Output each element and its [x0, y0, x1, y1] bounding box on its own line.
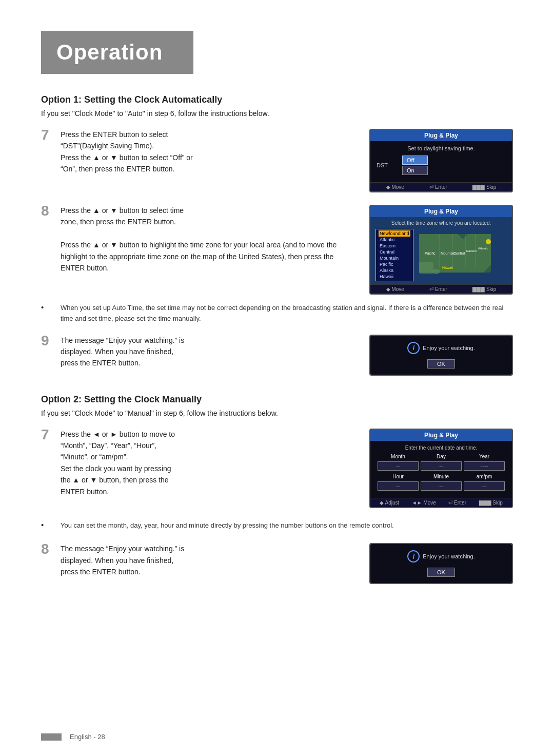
- ok-btn-2[interactable]: OK: [427, 568, 455, 577]
- ok-btn-1[interactable]: OK: [427, 359, 455, 369]
- option2-step8: 8 The message “Enjoy your watching.” is …: [41, 543, 513, 584]
- us-map-svg: Pacific Mountain Central Eastern Atlanti…: [417, 229, 499, 278]
- option2-bullet: • You can set the month, day, year, hour…: [41, 520, 513, 531]
- dt-row2-labels: Hour Minute am/pm: [377, 474, 506, 479]
- zone-alaska[interactable]: Alaska: [379, 267, 410, 274]
- dst-titlebar: Plug & Play: [370, 130, 512, 141]
- timezone-titlebar: Plug & Play: [370, 206, 512, 217]
- step7b-number: 7: [41, 427, 55, 497]
- step8a-text: Press the ▲ or ▼ button to select time z…: [61, 205, 354, 274]
- hour-label: Hour: [377, 474, 420, 479]
- option1-step9-screen: i Enjoy your watching. OK: [369, 335, 513, 376]
- option1-heading: Option 1: Setting the Clock Automaticall…: [41, 94, 513, 105]
- zone-pacific[interactable]: Pacific: [379, 261, 410, 267]
- section-divider: Option 2: Setting the Clock Manually If …: [41, 394, 513, 417]
- svg-text:Pacific: Pacific: [425, 251, 436, 255]
- enjoy-message-2: Enjoy your watching.: [423, 553, 475, 559]
- dt-footer-move: ◄► Move: [412, 500, 436, 506]
- ampm-label: am/pm: [463, 474, 506, 479]
- option1-step7-screen: Plug & Play Set to daylight saving time.…: [369, 129, 513, 192]
- enjoy-body-1: i Enjoy your watching. OK: [370, 336, 512, 375]
- datetime-titlebar: Plug & Play: [370, 430, 512, 441]
- option1-step8: 8 Press the ▲ or ▼ button to select time…: [41, 205, 513, 295]
- step9-text: The message “Enjoy your watching.” is di…: [61, 335, 354, 369]
- enjoy-body-2: i Enjoy your watching. OK: [370, 544, 512, 583]
- tz-footer-enter: ⏎ Enter: [429, 286, 447, 292]
- option2-step7-left: 7 Press the ◄ or ► button to move to “Mo…: [41, 429, 354, 497]
- step8a-number: 8: [41, 203, 55, 274]
- option2-heading: Option 2: Setting the Clock Manually: [41, 394, 513, 405]
- footer-page-text: English - 28: [70, 733, 105, 741]
- dst-footer-enter: ⏎ Enter: [429, 184, 447, 190]
- dst-footer-skip: ▇▇▇ Skip: [472, 184, 496, 190]
- option1-bullet-text: When you set up Auto Time, the set time …: [61, 303, 513, 324]
- dt-row1-labels: Month Day Year: [377, 454, 506, 459]
- page-content: Operation Option 1: Setting the Clock Au…: [0, 0, 554, 637]
- option1-step9-left: 9 The message “Enjoy your watching.” is …: [41, 335, 354, 369]
- step9-number: 9: [41, 333, 55, 369]
- dt-row2-fields: -- -- --: [377, 481, 506, 491]
- svg-text:Central: Central: [453, 251, 465, 255]
- dst-footer-move: ◆ Move: [386, 184, 404, 190]
- month-label: Month: [377, 454, 420, 459]
- zone-newfoundland[interactable]: Newfoundland: [379, 230, 410, 237]
- minute-label: Minute: [420, 474, 463, 479]
- svg-point-3: [432, 269, 440, 274]
- step7-number: 7: [41, 127, 55, 175]
- dt-footer-skip: ▇▇▇ Skip: [479, 500, 503, 506]
- year-field[interactable]: ----: [464, 461, 505, 471]
- dst-body: Set to daylight saving time. DST Off On: [370, 141, 512, 182]
- option1-step7: 7 Press the ENTER button to select “DST”…: [41, 129, 513, 192]
- us-map: Pacific Mountain Central Eastern Atlanti…: [417, 229, 507, 281]
- option1-step8-screen: Plug & Play Select the time zone where y…: [369, 205, 513, 295]
- svg-point-13: [486, 239, 491, 244]
- option1-step8-left: 8 Press the ▲ or ▼ button to select time…: [41, 205, 354, 274]
- option2-bullet-text: You can set the month, day, year, hour a…: [61, 520, 394, 531]
- svg-text:Hawaii: Hawaii: [442, 266, 453, 269]
- option2-step8-screen: i Enjoy your watching. OK: [369, 543, 513, 584]
- svg-text:Eastern: Eastern: [466, 249, 477, 253]
- step8b-text: The message “Enjoy your watching.” is di…: [61, 543, 354, 577]
- datetime-subtitle: Enter the current date and time.: [377, 445, 506, 451]
- enjoy-message-row-2: i Enjoy your watching.: [407, 550, 475, 563]
- zone-mountain[interactable]: Mountain: [379, 255, 410, 261]
- dt-footer-enter: ⏎ Enter: [448, 500, 466, 506]
- option2-step7: 7 Press the ◄ or ► button to move to “Mo…: [41, 429, 513, 508]
- datetime-footer: ◆ Adjust ◄► Move ⏎ Enter ▇▇▇ Skip: [370, 498, 512, 507]
- day-label: Day: [420, 454, 463, 459]
- option1-step7-left: 7 Press the ENTER button to select “DST”…: [41, 129, 354, 175]
- info-icon-2: i: [407, 550, 420, 563]
- hour-field[interactable]: --: [378, 481, 419, 491]
- svg-rect-2: [419, 262, 433, 274]
- option2-step8-left: 8 The message “Enjoy your watching.” is …: [41, 543, 354, 577]
- footer-bar-decoration: [41, 733, 62, 741]
- dst-off-option[interactable]: Off: [402, 156, 428, 165]
- zone-atlantic[interactable]: Atlantic: [379, 237, 410, 243]
- day-field[interactable]: --: [421, 461, 462, 471]
- info-icon-1: i: [407, 342, 420, 354]
- timezone-screen: Plug & Play Select the time zone where y…: [369, 205, 513, 295]
- option2-step7-screen: Plug & Play Enter the current date and t…: [369, 429, 513, 508]
- datetime-screen: Plug & Play Enter the current date and t…: [369, 429, 513, 508]
- zone-eastern[interactable]: Eastern: [379, 243, 410, 249]
- ampm-field[interactable]: --: [464, 481, 505, 491]
- year-label: Year: [463, 454, 506, 459]
- svg-text:Atlantic: Atlantic: [478, 247, 488, 250]
- timezone-footer: ◆ Move ⏎ Enter ▇▇▇ Skip: [370, 284, 512, 294]
- dst-on-option[interactable]: On: [402, 166, 428, 175]
- timezone-subtitle: Select the time zone where you are locat…: [375, 220, 507, 226]
- dt-row1-fields: -- -- ----: [377, 461, 506, 471]
- month-field[interactable]: --: [378, 461, 419, 471]
- timezone-body: Select the time zone where you are locat…: [370, 217, 512, 284]
- minute-field[interactable]: --: [421, 481, 462, 491]
- tz-footer-move: ◆ Move: [386, 286, 404, 292]
- option1-bullet: • When you set up Auto Time, the set tim…: [41, 303, 513, 324]
- option1-intro: If you set "Clock Mode" to "Auto" in ste…: [41, 109, 513, 118]
- dt-footer-adjust: ◆ Adjust: [380, 500, 399, 506]
- zone-central[interactable]: Central: [379, 249, 410, 255]
- tz-footer-skip: ▇▇▇ Skip: [472, 286, 496, 292]
- step7b-text: Press the ◄ or ► button to move to “Mont…: [61, 429, 354, 497]
- dst-option-row: DST Off On: [377, 156, 506, 175]
- enjoy-message-row-1: i Enjoy your watching.: [407, 342, 475, 354]
- zone-hawaii[interactable]: Hawaii: [379, 274, 410, 280]
